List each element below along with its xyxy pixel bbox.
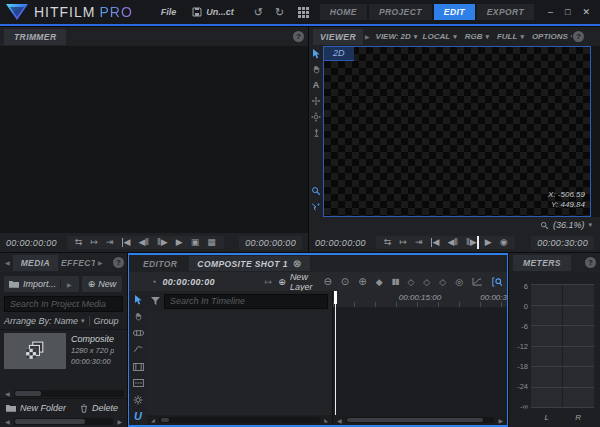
step-back-icon[interactable]: ◀‖	[447, 238, 458, 247]
new-folder-button[interactable]: New Folder	[6, 403, 66, 413]
keyframe-manual-icon[interactable]: ◇	[439, 277, 446, 287]
trimmer-current-timecode[interactable]: 00:00:00:00	[6, 238, 57, 248]
step-forward-icon[interactable]: ‖▶	[466, 238, 477, 247]
orbit-tool-icon[interactable]	[311, 112, 321, 122]
value-graph-icon[interactable]	[472, 277, 483, 286]
prev-keyframe-icon[interactable]: ⊖	[323, 276, 331, 287]
window-minimize-button[interactable]: –	[548, 7, 553, 17]
select-tool-icon[interactable]	[312, 49, 321, 59]
scroll-right-icon[interactable]: ▶	[115, 418, 124, 425]
viewer-tab[interactable]: VIEWER	[313, 29, 363, 45]
space-dropdown[interactable]: LOCAL▾	[419, 32, 461, 41]
delete-button[interactable]: Delete	[80, 403, 118, 413]
undo-icon[interactable]: ↺	[254, 6, 263, 19]
next-keyframe-icon[interactable]: ⊕	[358, 276, 366, 287]
play-button[interactable]: ▶	[485, 238, 492, 247]
timeline-ruler[interactable]: 00:00:15:00 00:00:3	[333, 291, 507, 307]
slice-tool-icon[interactable]	[130, 326, 147, 340]
transform-tool-icon[interactable]	[311, 96, 321, 106]
export-contents-icon[interactable]: ↦	[265, 277, 273, 287]
zoom-tool-icon[interactable]	[311, 186, 321, 196]
keyframe-auto-icon[interactable]: ◎	[455, 277, 463, 287]
filmstrip-display-icon[interactable]	[130, 360, 147, 374]
track-area[interactable]	[333, 307, 507, 415]
chevron-down-icon[interactable]: ▾	[588, 221, 592, 229]
select-tool-icon[interactable]	[130, 293, 147, 307]
file-menu[interactable]: File	[161, 7, 177, 17]
help-icon[interactable]: ?	[293, 31, 304, 42]
play-button[interactable]: ▶	[176, 238, 183, 247]
record-button[interactable]: ◉	[500, 238, 508, 247]
hand-tool-icon[interactable]	[130, 309, 147, 323]
keyframe-bezier-icon[interactable]: ◇	[423, 277, 430, 287]
media-search-input[interactable]	[4, 296, 123, 312]
tab-scroll-right-icon[interactable]: ▶	[96, 259, 105, 266]
pan-view-tool-icon[interactable]	[311, 202, 321, 212]
media-item-composite[interactable]: Composite 1280 x 720 p 00:00:30:00	[4, 333, 127, 369]
timeline-scrollbar[interactable]	[346, 417, 495, 423]
panel-tab-overflow-icon[interactable]: ▶	[365, 33, 370, 40]
snap-magnet-icon[interactable]: U	[130, 409, 147, 423]
media-tab[interactable]: MEDIA	[13, 255, 58, 271]
anchor-point-tool-icon[interactable]	[312, 128, 321, 138]
nav-tab-export[interactable]: EXPORT	[477, 4, 534, 20]
help-icon[interactable]: ?	[573, 31, 584, 42]
quality-dropdown[interactable]: FULL▾	[493, 32, 528, 41]
step-back-icon[interactable]: ◀‖	[138, 238, 149, 247]
nav-tab-home[interactable]: HOME	[320, 4, 367, 20]
trimmer-out-timecode[interactable]: 00:00:00:00	[239, 236, 302, 250]
project-name[interactable]: Un...ct	[206, 7, 234, 17]
viewer-current-timecode[interactable]: 00:00:00:00	[315, 238, 366, 248]
options-dropdown[interactable]: OPTIONS▾	[528, 32, 572, 41]
scroll-left-icon[interactable]: ◀	[3, 390, 12, 397]
step-forward-icon[interactable]: ‖▶	[157, 238, 168, 247]
loop-playback-icon[interactable]: ⇆	[75, 238, 83, 247]
scroll-left-icon[interactable]: ◀	[3, 418, 12, 425]
scroll-left-icon[interactable]: ◀	[335, 417, 344, 424]
loop-playback-icon[interactable]: ⇆	[384, 238, 392, 247]
window-maximize-button[interactable]: □	[565, 7, 570, 17]
viewer-out-timecode[interactable]: 00:00:30:00	[531, 236, 594, 250]
insert-to-timeline-icon[interactable]: ▣	[191, 238, 200, 247]
text-tool-icon[interactable]: A	[313, 80, 320, 90]
meters-tab[interactable]: METERS	[513, 255, 571, 271]
editor-timecode[interactable]: 00:00:00:00	[162, 277, 214, 287]
export-frame-icon[interactable]: ↦	[90, 238, 98, 247]
new-layer-button[interactable]: ⊕New Layer	[278, 272, 317, 292]
workspace-grid-icon[interactable]	[298, 7, 309, 18]
zoom-handle-left[interactable]: ◢	[149, 417, 157, 423]
group-by-dropdown[interactable]: Group	[94, 316, 119, 326]
import-button[interactable]: Import... ▶	[4, 276, 79, 292]
previous-frame-icon[interactable]: ◀	[431, 238, 440, 247]
tab-scroll-left-icon[interactable]: ◀	[3, 259, 12, 266]
redo-icon[interactable]: ↻	[275, 6, 284, 19]
close-tab-icon[interactable]: ⊗	[293, 258, 302, 269]
previous-frame-icon[interactable]: ◀	[122, 238, 131, 247]
timeline-playhead[interactable]	[335, 291, 336, 415]
media-panel-scrollbar[interactable]	[14, 418, 114, 425]
timeline-search-input[interactable]	[164, 294, 328, 309]
zoom-handle-right[interactable]: ◣	[322, 417, 330, 423]
viewer-canvas[interactable]: 2D X: -506.59 Y: 449.84	[323, 46, 591, 217]
channel-dropdown[interactable]: RGB▾	[461, 32, 493, 41]
keyframe-hold-icon[interactable]: ▮▮	[392, 277, 399, 286]
scroll-right-icon[interactable]: ▶	[496, 417, 505, 424]
media-list-scrollbar[interactable]	[14, 390, 124, 397]
viewport-2d-tab[interactable]: 2D	[324, 47, 354, 61]
window-close-button[interactable]: ✕	[582, 7, 590, 17]
editor-tab[interactable]: EDITOR	[131, 257, 189, 271]
zoom-level-value[interactable]: (36.1%)	[553, 220, 585, 230]
timeline-zoom-scrollbar[interactable]	[159, 417, 320, 423]
keyframe-smooth-icon[interactable]: ◇	[407, 277, 414, 287]
go-to-in-icon[interactable]: ⇥	[106, 238, 114, 247]
effects-tab[interactable]: EFFECTS	[59, 255, 95, 271]
overlay-to-timeline-icon[interactable]: ▦	[207, 238, 216, 247]
new-button[interactable]: ⊕ New	[82, 276, 123, 292]
go-to-in-icon[interactable]: ⇥	[415, 238, 423, 247]
playhead-marker[interactable]	[477, 236, 479, 249]
export-frame-icon[interactable]: ↦	[399, 238, 407, 247]
nav-tab-project[interactable]: PROJECT	[369, 4, 432, 20]
keyframe-linear-icon[interactable]: ◆	[376, 277, 383, 287]
save-icon[interactable]	[192, 7, 202, 17]
hand-tool-icon[interactable]	[312, 65, 321, 74]
